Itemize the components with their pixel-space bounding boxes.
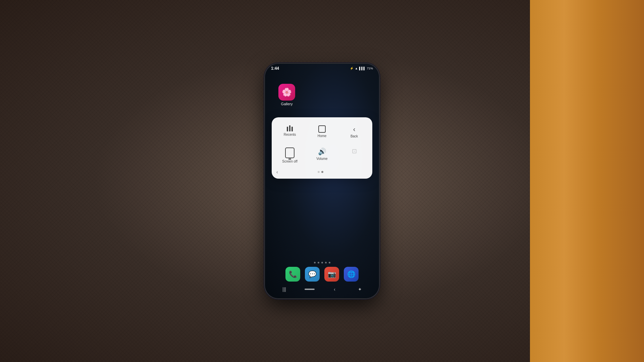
page-dot-4 xyxy=(325,262,327,263)
bottom-home-button[interactable] xyxy=(305,284,315,294)
recents-icon xyxy=(287,125,293,131)
bar3 xyxy=(291,127,293,131)
phone-wrapper: 1:44 ⚡ ▲ ▌▌▌ 71% 🌸 Gallery xyxy=(265,64,379,298)
browser-app-icon[interactable]: 🌐 xyxy=(344,267,359,282)
status-bar: 1:44 ⚡ ▲ ▌▌▌ 71% xyxy=(265,64,379,73)
bottom-bixby-button[interactable]: ✦ xyxy=(355,284,365,294)
home-button[interactable]: Home xyxy=(307,123,337,141)
wood-surface xyxy=(530,0,644,362)
phone-screen: 1:44 ⚡ ▲ ▌▌▌ 71% 🌸 Gallery xyxy=(265,64,379,298)
signal-icon: ▌▌▌ xyxy=(359,67,366,70)
bottom-recents-icon: ||| xyxy=(282,287,286,292)
volume-icon: 🔊 xyxy=(318,147,326,156)
wifi-icon: ▲ xyxy=(355,67,358,70)
bottom-bixby-icon: ✦ xyxy=(358,287,362,292)
back-button[interactable]: ‹ Back xyxy=(339,123,369,141)
screen-off-icon xyxy=(285,147,294,158)
camera-emoji: 📷 xyxy=(328,270,336,278)
bar2 xyxy=(289,125,290,131)
nav-grid-row2: Screen off 🔊 Volume ⊡ xyxy=(275,145,369,166)
browser-emoji: 🌐 xyxy=(347,270,356,278)
battery-level: 71% xyxy=(367,67,373,70)
bottom-back-button[interactable]: ‹ xyxy=(330,284,340,294)
gallery-icon: 🌸 xyxy=(278,84,295,101)
bar1 xyxy=(287,127,288,131)
more-button[interactable]: ⊡ xyxy=(339,145,369,166)
recents-label: Recents xyxy=(284,133,296,136)
gallery-emoji: 🌸 xyxy=(282,87,292,97)
bluetooth-icon: ⚡ xyxy=(350,67,354,70)
phone-app-icon[interactable]: 📞 xyxy=(285,267,300,282)
back-label: Back xyxy=(351,134,358,138)
nav-panel: Recents Home ‹ Back xyxy=(272,117,372,179)
page-dot-5 xyxy=(329,262,330,263)
camera-app-icon[interactable]: 📷 xyxy=(324,267,339,282)
dock: 📞 💬 📷 🌐 xyxy=(265,262,379,282)
page-dot-2 xyxy=(318,262,319,263)
bottom-back-icon: ‹ xyxy=(334,287,335,292)
bottom-recents-button[interactable]: ||| xyxy=(279,284,289,294)
pagination-dots xyxy=(318,171,323,173)
pagination-left-arrow[interactable]: ‹ xyxy=(276,169,278,175)
home-pill xyxy=(305,289,315,290)
gallery-app[interactable]: 🌸 Gallery xyxy=(278,84,295,106)
screen-off-label: Screen off xyxy=(282,160,297,163)
phone: 1:44 ⚡ ▲ ▌▌▌ 71% 🌸 Gallery xyxy=(265,64,379,298)
dock-page-dots xyxy=(314,262,330,263)
nav-grid-row1: Recents Home ‹ Back xyxy=(275,123,369,141)
messages-app-icon[interactable]: 💬 xyxy=(305,267,320,282)
status-icons: ⚡ ▲ ▌▌▌ 71% xyxy=(350,67,373,70)
page-dot-3 xyxy=(321,262,323,263)
panel-pagination: ‹ xyxy=(275,169,369,175)
dot-1 xyxy=(318,171,320,173)
recents-button[interactable]: Recents xyxy=(275,123,305,141)
back-icon: ‹ xyxy=(353,125,356,133)
dot-2 xyxy=(321,171,323,173)
home-label: Home xyxy=(318,134,327,138)
messages-emoji: 💬 xyxy=(308,270,317,278)
screen-off-button[interactable]: Screen off xyxy=(275,145,305,166)
dock-apps: 📞 💬 📷 🌐 xyxy=(285,267,359,282)
page-dot-1 xyxy=(314,262,316,263)
volume-label: Volume xyxy=(316,157,327,161)
volume-button[interactable]: 🔊 Volume xyxy=(307,145,337,166)
status-time: 1:44 xyxy=(271,66,279,71)
more-icon: ⊡ xyxy=(352,147,357,155)
phone-emoji: 📞 xyxy=(289,270,297,278)
scene: 1:44 ⚡ ▲ ▌▌▌ 71% 🌸 Gallery xyxy=(0,0,644,362)
home-icon xyxy=(318,125,326,133)
bottom-nav: ||| ‹ ✦ xyxy=(265,283,379,296)
gallery-label: Gallery xyxy=(281,102,293,106)
